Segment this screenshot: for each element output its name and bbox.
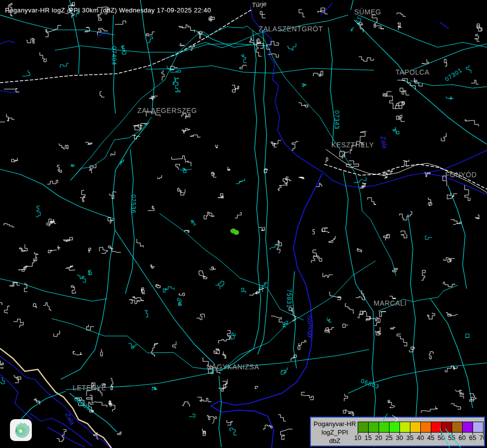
legend-tick-label: 60 [459, 434, 466, 442]
legend-tick-label: 35 [406, 434, 413, 442]
legend-title-block: Poganyvar-HR logZ_PPI dbZ [312, 420, 358, 445]
legend-tick-label: 70 [480, 434, 487, 442]
legend-tick-label: 30 [396, 434, 403, 442]
legend-tick-label: 65 [469, 434, 476, 442]
radar-screen: Poganyvar-HR logZ_PPI 30km (dbZ) Wednesd… [0, 0, 487, 448]
dbz-color-cell [441, 422, 452, 433]
dbz-color-cell [358, 422, 369, 433]
legend-tick-label: 50 [438, 434, 445, 442]
cyclone-spiral-icon [10, 419, 32, 441]
radar-echo [234, 230, 239, 235]
dbz-color-cell [462, 422, 473, 433]
legend-product-label: Poganyvar-HR [312, 420, 358, 428]
legend-tick-label: 20 [375, 434, 382, 442]
dbz-color-cell [420, 422, 431, 433]
dbz-color-cell [399, 422, 410, 433]
legend-tick-label: 10 [354, 434, 361, 442]
weather-service-logo [10, 419, 32, 441]
radar-title-text: Poganyvar-HR logZ_PPI 30km (dbZ) Wednesd… [5, 6, 211, 14]
legend-field-label: logZ_PPI [312, 428, 358, 437]
dbz-color-cell [452, 422, 463, 433]
dbz-color-cell [389, 422, 400, 433]
legend-unit-label: dbZ [312, 437, 358, 445]
dbz-color-cell [473, 422, 484, 433]
dbz-color-cell [379, 422, 390, 433]
dbz-color-cell [368, 422, 379, 433]
legend-tick-label: 25 [386, 434, 392, 442]
dbz-colorbar [358, 422, 484, 433]
radar-map [0, 0, 487, 448]
legend-tick-label: 55 [448, 434, 455, 442]
dbz-legend-panel: Poganyvar-HR logZ_PPI dbZ 10152025303540… [310, 417, 485, 447]
legend-tick-label: 15 [365, 434, 372, 442]
dbz-color-cell [431, 422, 442, 433]
legend-tick-label: 40 [417, 434, 424, 442]
legend-tick-label: 45 [427, 434, 434, 442]
dbz-color-cell [410, 422, 421, 433]
